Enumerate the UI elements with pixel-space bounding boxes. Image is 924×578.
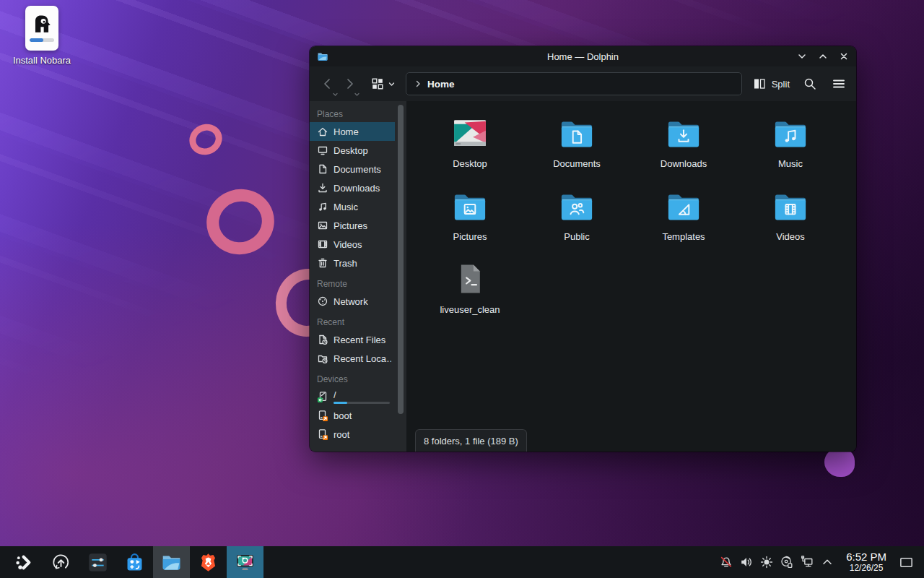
tray-icon-brightness[interactable]	[757, 546, 777, 578]
sidebar-item-music[interactable]: Music	[310, 197, 395, 216]
taskbar-app-icon	[124, 552, 145, 573]
file-icon	[665, 114, 702, 152]
taskbar-app-discover[interactable]	[116, 546, 153, 578]
sidebar-item-label: Trash	[334, 258, 391, 269]
desktop: Install Nobara Home — Dolphin	[0, 0, 924, 578]
close-button[interactable]	[839, 51, 849, 61]
titlebar[interactable]: Home — Dolphin	[310, 46, 856, 66]
nobara-progress-bar	[30, 38, 54, 42]
sidebar-section-header: Recent	[310, 311, 395, 330]
file-icon	[451, 114, 489, 152]
sidebar-item-icon	[317, 391, 328, 402]
sidebar-item-recent-files[interactable]: Recent Files	[310, 330, 395, 349]
folder-view[interactable]: Desktop Documents Downloads Music	[406, 101, 856, 452]
taskbar-app-icon	[235, 552, 256, 573]
view-mode-button[interactable]	[370, 77, 396, 91]
sidebar-item-label: Documents	[334, 164, 391, 175]
file-icon	[558, 114, 596, 152]
sidebar-item-icon	[317, 410, 328, 421]
sidebar-scrollbar[interactable]	[395, 101, 406, 452]
file-icon	[772, 187, 809, 225]
minimize-button[interactable]	[797, 51, 807, 61]
wallpaper-torus-small	[184, 118, 227, 160]
tray-icon-notifications-muted[interactable]	[716, 546, 736, 578]
taskbar-app-spectacle[interactable]	[227, 546, 263, 578]
tray-icon-network[interactable]	[797, 546, 817, 578]
split-icon	[752, 77, 767, 91]
clock-time: 6:52 PM	[846, 551, 886, 564]
sidebar-item-boot[interactable]: boot	[310, 406, 395, 425]
sidebar-item-root[interactable]: root	[310, 425, 395, 444]
install-nobara-shortcut[interactable]: Install Nobara	[0, 6, 84, 66]
file-item-pictures[interactable]: Pictures	[417, 183, 523, 256]
taskbar-app-brave[interactable]	[190, 546, 227, 578]
clock[interactable]: 6:52 PM 12/26/25	[846, 551, 886, 573]
search-button[interactable]	[803, 77, 817, 91]
sidebar-item-label: Recent Loca…	[334, 353, 391, 364]
location-bar[interactable]: Home	[406, 72, 742, 95]
places-panel: Places Home	[310, 101, 395, 452]
dolphin-window: Home — Dolphin Home	[310, 46, 856, 452]
file-label: Documents	[553, 158, 601, 169]
tray-icon-removable-media[interactable]	[777, 546, 797, 578]
split-button[interactable]: Split	[752, 77, 790, 91]
sidebar-section: Places Home	[310, 103, 395, 272]
tray-glyph-icon	[780, 555, 794, 569]
file-item-liveuser_clean[interactable]: liveuser_clean	[417, 256, 523, 329]
scrollbar-thumb[interactable]	[398, 105, 404, 414]
file-item-videos[interactable]: Videos	[737, 183, 844, 256]
sidebar-item-icon	[317, 257, 328, 269]
menu-button[interactable]	[832, 77, 846, 91]
sidebar-item-home[interactable]: Home	[310, 122, 395, 141]
maximize-button[interactable]	[818, 51, 828, 61]
tray-icon-expand[interactable]	[817, 546, 837, 578]
sidebar-item-documents[interactable]: Documents	[310, 160, 395, 178]
sidebar-item-desktop[interactable]: Desktop	[310, 141, 395, 160]
sidebar-item-icon	[317, 334, 328, 345]
tray-icon-volume[interactable]	[736, 546, 757, 578]
sidebar-section: Remote Network	[310, 272, 395, 311]
sidebar-item-icon	[317, 220, 328, 231]
taskbar-app-dolphin[interactable]	[153, 546, 190, 578]
file-label: Templates	[662, 231, 705, 242]
sidebar-item-trash[interactable]: Trash	[310, 254, 395, 272]
breadcrumb[interactable]: Home	[427, 79, 455, 90]
wallpaper-blob	[824, 448, 855, 477]
tray-glyph-icon	[820, 555, 834, 569]
back-button[interactable]	[318, 74, 337, 93]
sidebar-item-downloads[interactable]: Downloads	[310, 178, 395, 197]
file-icon	[451, 187, 489, 225]
file-icon	[665, 187, 702, 225]
show-desktop-button[interactable]	[897, 546, 915, 578]
file-item-public[interactable]: Public	[523, 183, 630, 256]
sidebar-item-recent-locations[interactable]: Recent Loca…	[310, 349, 395, 368]
sidebar-item-icon	[317, 182, 328, 194]
file-item-music[interactable]: Music	[737, 110, 844, 183]
shortcut-label: Install Nobara	[13, 55, 71, 66]
disk-usage-bar	[334, 402, 390, 404]
taskbar-apps	[0, 546, 263, 578]
forward-button[interactable]	[340, 74, 359, 93]
sidebar-item-videos[interactable]: Videos	[310, 235, 395, 254]
sidebar-item-icon	[317, 126, 328, 137]
sidebar-item-icon	[317, 296, 328, 307]
sidebar-item-network[interactable]: Network	[310, 292, 395, 311]
sidebar-item-label: Music	[334, 202, 391, 212]
file-label: Videos	[776, 231, 805, 242]
file-icon	[772, 114, 809, 152]
taskbar-app-icon	[198, 552, 219, 573]
file-item-downloads[interactable]: Downloads	[630, 110, 737, 183]
sidebar-item-pictures[interactable]: Pictures	[310, 216, 395, 235]
file-item-desktop[interactable]: Desktop	[417, 110, 523, 183]
file-item-documents[interactable]: Documents	[523, 110, 630, 183]
taskbar-app-settings[interactable]	[79, 546, 116, 578]
taskbar-app-app-launcher[interactable]	[6, 546, 43, 578]
sidebar-section-header: Remote	[310, 272, 395, 292]
sidebar-item-label: Network	[334, 296, 391, 307]
sidebar-item-root-partition[interactable]: /	[310, 387, 395, 406]
file-grid: Desktop Documents Downloads Music	[406, 101, 856, 329]
sidebar-item-icon	[317, 238, 328, 250]
file-item-templates[interactable]: Templates	[630, 183, 737, 256]
taskbar-app-system-updater[interactable]	[43, 546, 79, 578]
tray-glyph-icon	[759, 555, 774, 569]
